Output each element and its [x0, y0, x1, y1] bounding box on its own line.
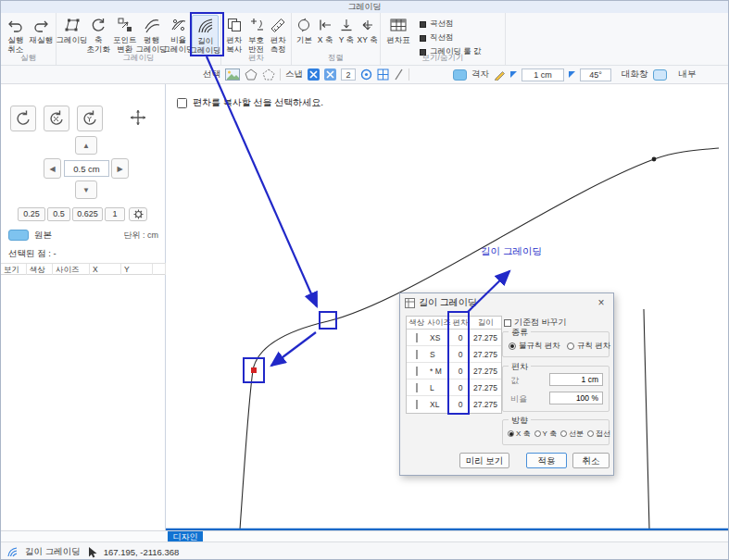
- rotate-icon: [14, 109, 32, 128]
- snap-intersection-icon[interactable]: [308, 68, 320, 81]
- radio-label: Y 축: [543, 429, 557, 439]
- step-left-button[interactable]: ◀: [44, 158, 61, 179]
- image-icon[interactable]: [225, 68, 240, 81]
- column-header[interactable]: 보기: [1, 264, 27, 275]
- button-label: 편차: [270, 35, 286, 44]
- snap-count-field[interactable]: 2: [341, 68, 356, 81]
- button-label: 길이: [197, 36, 213, 45]
- table-row[interactable]: L 0 27.275: [407, 380, 501, 396]
- deviation-cell: 0: [451, 333, 470, 342]
- undo-button[interactable]: 실행 취소: [3, 15, 29, 54]
- preset-1-button[interactable]: 1: [105, 207, 125, 221]
- ratio-label: 비율: [510, 393, 527, 405]
- rotate-y-button[interactable]: [77, 106, 103, 131]
- step-settings-button[interactable]: [129, 207, 147, 221]
- size-color-swatch: [416, 333, 418, 342]
- snap-point-icon[interactable]: [360, 68, 372, 81]
- preset-0625-button[interactable]: 0.625: [72, 207, 103, 221]
- separator: [408, 68, 409, 81]
- align-xy-axis-button[interactable]: XY 축: [357, 15, 378, 44]
- y-axis-icon: [337, 16, 356, 34]
- selected-grading-point[interactable]: [251, 367, 257, 373]
- cursor-coordinates: 167.195, -2116.368: [104, 547, 180, 557]
- original-color-swatch[interactable]: [8, 230, 29, 241]
- table-row[interactable]: XL 0 27.275: [407, 396, 501, 413]
- polygon-select-icon[interactable]: [245, 68, 258, 81]
- lasso-select-icon[interactable]: [262, 68, 275, 81]
- size-cell: * M: [427, 367, 451, 376]
- grid-color-well[interactable]: [453, 69, 467, 81]
- curve-end-point[interactable]: [652, 157, 657, 162]
- preset-05-button[interactable]: 0.5: [47, 207, 70, 221]
- unit-label: 단위 : cm: [94, 230, 158, 242]
- point-convert-icon: [116, 16, 134, 34]
- step-down-button[interactable]: ▼: [75, 180, 97, 199]
- table-row[interactable]: XS 0 27.275: [407, 330, 501, 346]
- group-label: 종류: [509, 327, 531, 339]
- move-crosshair-icon[interactable]: [129, 108, 147, 127]
- align-basic-button[interactable]: 기본: [294, 15, 315, 44]
- step-input[interactable]: [64, 160, 109, 177]
- parallel-grading-button[interactable]: 평행 그레이딩: [138, 15, 165, 54]
- preset-025-button[interactable]: 0.25: [18, 207, 45, 221]
- grid-angle-input[interactable]: [580, 68, 611, 81]
- group-label: 방향: [509, 415, 531, 427]
- table-row[interactable]: * M 0 27.275: [407, 363, 501, 380]
- deviation-ratio-input[interactable]: [549, 392, 603, 404]
- radio-y-axis[interactable]: Y 축: [534, 429, 557, 439]
- size-cell: XL: [427, 400, 451, 409]
- size-cell: L: [427, 383, 451, 392]
- radio-tangent[interactable]: 접선: [587, 429, 610, 439]
- redo-button[interactable]: 재실행: [29, 15, 55, 44]
- checkbox-straight-point[interactable]: 직선점: [420, 32, 482, 44]
- align-x-axis-button[interactable]: X 축: [315, 15, 336, 44]
- snap-grid-icon[interactable]: [377, 68, 389, 81]
- length-cell: 27.275: [470, 350, 501, 359]
- rotate-free-button[interactable]: [10, 106, 36, 131]
- apply-button[interactable]: 적용: [526, 453, 567, 468]
- checkbox-icon: [420, 21, 426, 28]
- close-icon[interactable]: ×: [594, 294, 609, 311]
- deviation-table-button[interactable]: 편차표: [383, 15, 414, 44]
- direction-group: 방향 X 축 Y 축 선분 접선: [502, 419, 610, 445]
- snap-cross-icon[interactable]: [324, 68, 336, 81]
- column-header[interactable]: X: [90, 264, 121, 275]
- deviation-copy-button[interactable]: 편차 복사: [223, 15, 245, 54]
- align-y-axis-button[interactable]: Y 축: [336, 15, 358, 44]
- radio-regular-deviation[interactable]: 규칙 편차: [567, 341, 610, 352]
- dialog-toggle[interactable]: [653, 69, 667, 81]
- checkbox-label: 곡선점: [430, 19, 454, 30]
- preview-button[interactable]: 미리 보기: [459, 453, 509, 468]
- radio-x-axis[interactable]: X 축: [508, 429, 531, 439]
- point-convert-button[interactable]: 포인트 변환: [112, 15, 139, 54]
- cancel-button[interactable]: 취소: [572, 453, 610, 468]
- column-header[interactable]: Y: [121, 264, 153, 275]
- selected-point-label: 선택된 점 : -: [8, 248, 57, 260]
- dialog-titlebar[interactable]: 길이 그레이딩 ×: [400, 293, 613, 312]
- pattern-side-line[interactable]: [644, 309, 649, 529]
- snap-line-icon[interactable]: [394, 68, 404, 81]
- rotate-x-button[interactable]: [44, 106, 69, 131]
- deviation-value-input[interactable]: [549, 373, 603, 386]
- step-up-button[interactable]: ▲: [75, 136, 97, 155]
- deviation-measure-button[interactable]: 편차 측정: [267, 15, 289, 54]
- step-right-button[interactable]: ▶: [111, 158, 129, 179]
- value-label: 값: [510, 375, 519, 387]
- ratio-grading-button[interactable]: 비율 그레이딩: [165, 15, 192, 54]
- column-header[interactable]: 사이즈: [53, 264, 90, 275]
- checkbox-curve-point[interactable]: 곡선점: [420, 19, 482, 30]
- sign-invert-button[interactable]: 부호 반전: [245, 15, 268, 54]
- axis-reset-button[interactable]: 축 초기화: [85, 15, 112, 54]
- grading-button[interactable]: 그레이딩: [58, 15, 85, 44]
- table-row[interactable]: S 0 27.275: [407, 346, 501, 363]
- grid-size-input[interactable]: [522, 68, 564, 81]
- length-grading-button[interactable]: 길이 그레이딩: [192, 15, 219, 56]
- radio-segment[interactable]: 선분: [560, 429, 584, 439]
- annotation-label: 길이 그레이딩: [481, 245, 542, 258]
- radio-irregular-deviation[interactable]: 불규칙 편차: [509, 341, 560, 352]
- column-header[interactable]: 색상: [27, 264, 53, 275]
- pencil-icon[interactable]: [494, 68, 506, 81]
- size-deviation-table: 색상 사이즈 편차 길이 XS 0 27.275 S 0 27.275 * M …: [406, 316, 502, 414]
- cursor-icon: [87, 546, 97, 558]
- align-basic-icon: [295, 16, 313, 34]
